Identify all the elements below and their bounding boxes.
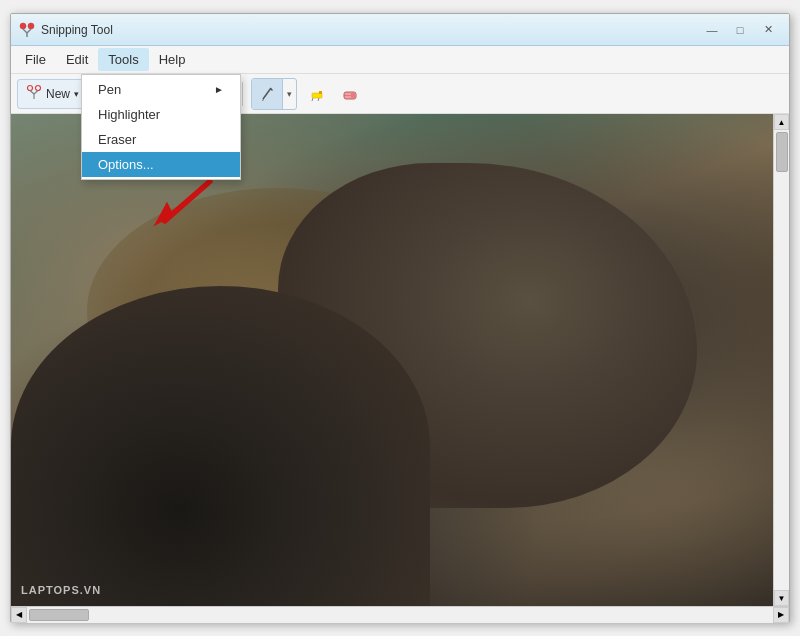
drawing-tools-group: ▾ [251, 78, 297, 110]
svg-line-18 [263, 88, 271, 99]
svg-point-1 [28, 23, 34, 29]
menu-edit[interactable]: Edit [56, 48, 98, 71]
title-controls: — □ ✕ [699, 20, 781, 40]
watermark: LAPTOPS.VN [21, 584, 101, 596]
window-title: Snipping Tool [41, 23, 113, 37]
title-left: Snipping Tool [19, 22, 113, 38]
menu-eraser[interactable]: Eraser [82, 127, 240, 152]
svg-line-24 [318, 98, 319, 101]
eraser-tool-button[interactable] [335, 79, 365, 109]
canvas-area[interactable]: LAPTOPS.VN [11, 114, 773, 606]
snip-image: LAPTOPS.VN [11, 114, 773, 606]
separator-3 [242, 82, 243, 106]
svg-line-8 [34, 91, 38, 95]
scroll-right-button[interactable]: ▶ [773, 607, 789, 623]
h-scroll-thumb[interactable] [29, 609, 89, 621]
app-icon [19, 22, 35, 38]
scroll-thumb[interactable] [776, 132, 788, 172]
menu-tools[interactable]: Tools [98, 48, 148, 71]
svg-point-0 [20, 23, 26, 29]
new-scissors-icon [26, 84, 42, 103]
svg-rect-22 [319, 91, 322, 94]
wolf-background: LAPTOPS.VN [11, 114, 773, 606]
h-scroll-track[interactable] [27, 607, 773, 623]
new-dropdown-arrow: ▾ [74, 89, 79, 99]
scroll-left-button[interactable]: ◀ [11, 607, 27, 623]
vertical-scrollbar[interactable]: ▲ ▼ [773, 114, 789, 606]
app-window: Snipping Tool — □ ✕ File Edit Tools Help… [10, 13, 790, 623]
new-label: New [46, 87, 70, 101]
svg-point-6 [36, 86, 41, 91]
scroll-track[interactable] [774, 130, 789, 590]
scroll-up-button[interactable]: ▲ [774, 114, 789, 130]
svg-line-2 [23, 29, 27, 33]
title-bar: Snipping Tool — □ ✕ [11, 14, 789, 46]
svg-rect-27 [351, 92, 356, 99]
close-button[interactable]: ✕ [755, 20, 781, 40]
scroll-down-button[interactable]: ▼ [774, 590, 789, 606]
menu-bar: File Edit Tools Help Pen ► Highlighter E… [11, 46, 789, 74]
maximize-button[interactable]: □ [727, 20, 753, 40]
menu-options[interactable]: Options... [82, 152, 240, 177]
horizontal-scrollbar[interactable]: ◀ ▶ [11, 606, 789, 622]
highlighter-tool-button[interactable] [301, 79, 331, 109]
content-area: LAPTOPS.VN ▲ ▼ [11, 114, 789, 606]
minimize-button[interactable]: — [699, 20, 725, 40]
svg-line-3 [27, 29, 31, 33]
svg-line-23 [312, 98, 313, 101]
new-button[interactable]: New ▾ [17, 79, 88, 109]
menu-help[interactable]: Help [149, 48, 196, 71]
tools-dropdown: Pen ► Highlighter Eraser Options... [81, 74, 241, 180]
pen-dropdown-button[interactable]: ▾ [282, 79, 296, 109]
svg-point-5 [28, 86, 33, 91]
menu-pen[interactable]: Pen ► [82, 77, 240, 102]
svg-line-7 [30, 91, 34, 95]
wolf-body-overlay [11, 286, 430, 606]
pen-tool-button[interactable] [252, 79, 282, 109]
menu-highlighter[interactable]: Highlighter [82, 102, 240, 127]
menu-file[interactable]: File [15, 48, 56, 71]
pen-submenu-arrow: ► [214, 84, 224, 95]
